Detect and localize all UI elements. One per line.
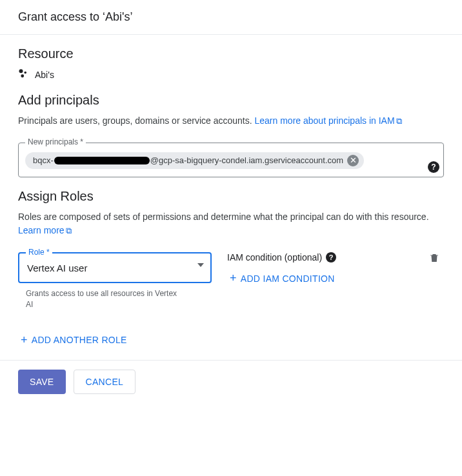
roles-description-text: Roles are composed of sets of permission… (18, 212, 429, 222)
principals-description-text: Principals are users, groups, domains or… (18, 115, 255, 126)
resource-section: Resource Abi's (0, 35, 462, 81)
add-another-role-row: + ADD ANOTHER ROLE (18, 330, 444, 351)
svg-point-1 (24, 72, 26, 74)
svg-point-2 (21, 74, 24, 77)
field-help-icon[interactable]: ? (428, 161, 439, 173)
help-icon[interactable]: ? (326, 252, 336, 263)
svg-point-0 (19, 69, 23, 73)
add-another-role-label: ADD ANOTHER ROLE (32, 335, 127, 345)
save-button[interactable]: SAVE (18, 370, 66, 394)
principals-learn-more-link[interactable]: Learn more about principals in IAM⧉ (255, 115, 402, 126)
plus-icon: + (230, 272, 237, 285)
role-select-label: Role * (26, 248, 52, 257)
principals-description: Principals are users, groups, domains or… (18, 114, 444, 128)
add-iam-condition-label: ADD IAM CONDITION (241, 273, 335, 284)
redacted-segment (54, 157, 150, 164)
resource-row: Abi's (18, 68, 444, 81)
condition-label: IAM condition (optional) (227, 252, 322, 263)
principal-chip[interactable]: bqcx-@gcp-sa-bigquery-condel.iam.gservic… (25, 152, 364, 169)
new-principals-label: New principals * (25, 137, 86, 146)
trash-icon[interactable] (428, 255, 440, 266)
panel-title: Grant access to ‘Abi's’ (0, 0, 462, 35)
condition-column: IAM condition (optional) ? + ADD IAM CON… (227, 252, 413, 289)
external-link-icon: ⧉ (66, 224, 72, 237)
chip-remove-icon[interactable]: ✕ (347, 155, 359, 166)
external-link-icon: ⧉ (396, 115, 402, 128)
role-row: Role * Vertex AI user Grants access to u… (18, 252, 444, 310)
principals-section: Add principals Principals are users, gro… (0, 81, 462, 177)
principals-learn-more-label: Learn more about principals in IAM (255, 115, 395, 126)
plus-icon: + (21, 333, 28, 347)
chevron-down-icon (197, 263, 204, 267)
footer-bar: SAVE CANCEL (0, 360, 462, 403)
add-another-role-button[interactable]: + ADD ANOTHER ROLE (18, 330, 130, 351)
roles-learn-more-label: Learn more (18, 225, 65, 235)
role-column: Role * Vertex AI user Grants access to u… (18, 252, 212, 310)
principal-chip-suffix: @gcp-sa-bigquery-condel.iam.gserviceacco… (150, 155, 343, 165)
resource-name: Abi's (35, 70, 54, 80)
role-select[interactable]: Role * Vertex AI user (18, 252, 212, 283)
new-principals-field[interactable]: New principals * bqcx-@gcp-sa-bigquery-c… (18, 143, 444, 177)
add-iam-condition-button[interactable]: + ADD IAM CONDITION (227, 268, 337, 289)
resource-heading: Resource (18, 46, 444, 61)
delete-role-column (428, 252, 444, 266)
roles-learn-more-link[interactable]: Learn more⧉ (18, 225, 72, 235)
roles-description: Roles are composed of sets of permission… (18, 210, 444, 238)
role-helper-text: Grants access to use all resources in Ve… (18, 288, 186, 310)
resource-icon (18, 68, 30, 81)
condition-label-row: IAM condition (optional) ? (227, 252, 413, 263)
principal-chip-row: bqcx-@gcp-sa-bigquery-condel.iam.gservic… (25, 152, 437, 169)
principal-chip-prefix: bqcx- (33, 155, 54, 165)
roles-section: Assign Roles Roles are composed of sets … (0, 177, 462, 310)
cancel-button[interactable]: CANCEL (74, 370, 136, 394)
roles-heading: Assign Roles (18, 189, 444, 204)
principals-heading: Add principals (18, 93, 444, 108)
